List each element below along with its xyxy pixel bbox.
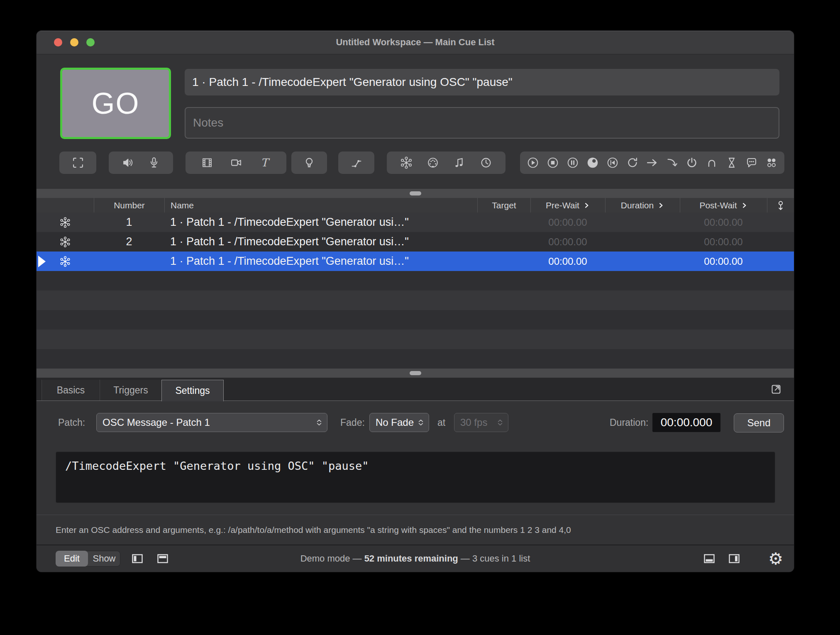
window-title: Untitled Workspace — Main Cue List <box>37 31 794 54</box>
cue-flag <box>767 252 794 271</box>
stepper-updown-icon <box>416 416 425 429</box>
network-cue-icon[interactable] <box>399 156 413 170</box>
cue-number <box>94 252 164 271</box>
cue-pre-wait: 00:00.00 <box>530 252 605 271</box>
camera-cue-icon[interactable] <box>229 156 243 170</box>
patch-label: Patch: <box>58 413 85 432</box>
audio-cue-icon[interactable] <box>121 156 135 170</box>
arm-cue-icon[interactable] <box>685 156 699 170</box>
duration-field[interactable] <box>652 413 720 432</box>
fade-cue-icon[interactable] <box>349 156 364 170</box>
light-cue-icon[interactable] <box>302 156 316 170</box>
reset-cue-icon[interactable] <box>625 156 640 170</box>
toggle-bottom-panel-icon[interactable] <box>701 551 717 566</box>
goto-cue-icon[interactable] <box>645 156 659 170</box>
pre-wait-column-header[interactable]: Pre-Wait <box>530 198 605 212</box>
bottom-splitter[interactable] <box>37 369 794 378</box>
cue-post-wait: 00:00.00 <box>680 232 767 252</box>
duration-column-header[interactable]: Duration <box>605 198 680 212</box>
splitter-grip[interactable] <box>410 191 421 195</box>
mic-cue-icon[interactable] <box>147 156 161 170</box>
fps-stepper: 30 fps <box>454 413 508 432</box>
cue-post-wait: 00:00.00 <box>680 252 767 271</box>
load-cue-icon[interactable] <box>665 156 679 170</box>
post-wait-column-header[interactable]: Post-Wait <box>680 198 767 212</box>
toolbar-group-control <box>520 151 784 174</box>
network-cue-icon <box>59 236 71 248</box>
toggle-right-panel-icon[interactable] <box>726 551 742 566</box>
fade-dropdown[interactable]: No Fade <box>369 413 429 432</box>
cue-toolbar <box>37 151 794 174</box>
toolbar-group-light <box>291 151 327 174</box>
wait-cue-icon[interactable] <box>725 156 739 170</box>
notes-field[interactable] <box>185 107 779 139</box>
group-mode-icon[interactable] <box>764 156 779 170</box>
video-cue-icon[interactable] <box>200 156 214 170</box>
cue-flag <box>767 232 794 252</box>
cue-number: 1 <box>94 212 164 232</box>
flag-column-icon <box>774 199 787 212</box>
status-column-header <box>37 198 94 212</box>
title-bar: Untitled Workspace — Main Cue List <box>37 31 794 54</box>
stop-cue-icon[interactable] <box>546 156 560 170</box>
cue-number: 2 <box>94 232 164 252</box>
cue-row[interactable]: 1 1 · Patch 1 - /TimecodeExpert "Generat… <box>37 212 794 232</box>
text-cue-icon[interactable] <box>258 156 272 170</box>
flag-column-header[interactable] <box>767 198 794 212</box>
timecode-cue-icon[interactable] <box>479 156 493 170</box>
target-column-header[interactable]: Target <box>477 198 530 212</box>
network-cue-icon <box>59 216 71 229</box>
devamp-cue-icon[interactable] <box>586 156 600 170</box>
at-label: at <box>437 413 445 432</box>
cue-target <box>477 212 530 232</box>
empty-cue-rows <box>37 271 794 369</box>
edit-mode-button[interactable]: Edit <box>56 551 88 567</box>
toolbar-group-display <box>59 151 96 174</box>
cue-table-header: Number Name Target Pre-Wait Duration Pos… <box>37 198 794 213</box>
cue-target <box>477 232 530 252</box>
tab-settings[interactable]: Settings <box>161 380 224 401</box>
osc-message-field[interactable]: /TimecodeExpert "Generator using OSC" "p… <box>56 452 775 503</box>
help-text: Enter an OSC address and arguments, e.g.… <box>56 525 571 535</box>
start-cue-icon[interactable] <box>526 156 540 170</box>
go-label: GO <box>91 86 139 120</box>
toolbar-group-fade <box>338 151 374 174</box>
go-button[interactable]: GO <box>60 68 171 139</box>
app-window: Untitled Workspace — Main Cue List GO <box>37 31 794 572</box>
duck-cue-icon[interactable] <box>705 156 719 170</box>
name-column-header[interactable]: Name <box>164 198 477 212</box>
memo-cue-icon[interactable] <box>745 156 759 170</box>
cue-flag <box>767 212 794 232</box>
network-cue-icon <box>59 255 71 268</box>
tab-basics[interactable]: Basics <box>42 380 100 401</box>
cue-row[interactable]: 2 1 · Patch 1 - /TimecodeExpert "Generat… <box>37 232 794 252</box>
tab-triggers[interactable]: Triggers <box>100 380 161 401</box>
show-mode-button[interactable]: Show <box>88 551 120 567</box>
midi-cue-icon[interactable] <box>426 156 440 170</box>
cue-name: 1 · Patch 1 - /TimecodeExpert "Generator… <box>164 252 477 271</box>
splitter-grip[interactable] <box>410 371 421 375</box>
popout-inspector-icon[interactable] <box>769 382 783 396</box>
top-splitter[interactable] <box>37 189 794 198</box>
music-cue-icon[interactable] <box>452 156 466 170</box>
stepper-updown-icon <box>315 416 324 429</box>
fullscreen-icon[interactable] <box>71 156 85 170</box>
selected-cue-title-field[interactable] <box>185 69 779 95</box>
toggle-left-panel-icon[interactable] <box>129 551 145 566</box>
cue-name: 1 · Patch 1 - /TimecodeExpert "Generator… <box>164 212 477 232</box>
help-bar: Enter an OSC address and arguments, e.g.… <box>37 515 794 545</box>
skip-back-cue-icon[interactable] <box>606 156 620 170</box>
cue-row-selected[interactable]: 1 · Patch 1 - /TimecodeExpert "Generator… <box>37 252 794 271</box>
fade-label: Fade: <box>340 413 365 432</box>
send-button[interactable]: Send <box>734 413 784 432</box>
status-bar: Demo mode — 52 minutes remaining — 3 cue… <box>37 545 794 572</box>
stepper-updown-icon <box>496 416 505 429</box>
gear-icon[interactable]: ⚙ <box>768 549 783 569</box>
pause-cue-icon[interactable] <box>566 156 580 170</box>
toggle-top-panel-icon[interactable] <box>155 551 171 566</box>
patch-dropdown[interactable]: OSC Message - Patch 1 <box>96 413 327 432</box>
cue-target <box>477 252 530 271</box>
number-column-header[interactable]: Number <box>94 198 164 212</box>
cue-list: 1 1 · Patch 1 - /TimecodeExpert "Generat… <box>37 212 794 271</box>
cue-duration <box>605 212 680 232</box>
